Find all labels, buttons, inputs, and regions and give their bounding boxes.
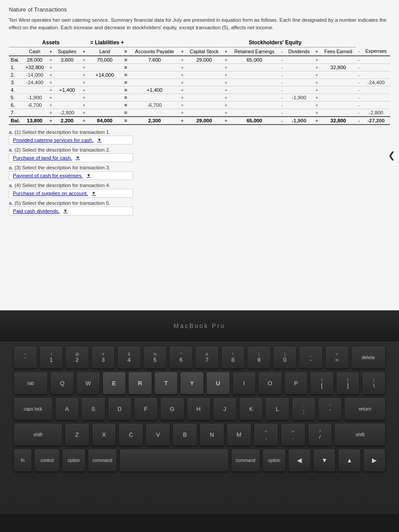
- key-x[interactable]: X: [92, 423, 117, 446]
- key-a[interactable]: A: [55, 397, 79, 420]
- qa-section: a. (1) Select the description for transa…: [9, 129, 390, 215]
- key-backslash[interactable]: |\: [362, 372, 386, 395]
- table-cell: [130, 94, 178, 101]
- key-e[interactable]: E: [102, 372, 126, 395]
- key-p[interactable]: P: [284, 372, 308, 395]
- table-cell: +: [179, 94, 186, 101]
- key-y[interactable]: Y: [180, 372, 204, 395]
- table-cell: 3.: [9, 78, 22, 86]
- key-u[interactable]: U: [206, 372, 230, 395]
- key-2[interactable]: @2: [65, 346, 89, 369]
- key-tab[interactable]: tab: [13, 372, 48, 395]
- table-cell: +: [47, 101, 55, 109]
- table-cell: -14,000: [22, 71, 47, 78]
- key-cmd-left[interactable]: command: [88, 449, 117, 472]
- qa-dropdown-2[interactable]: Purchase of land for cash.▼: [9, 153, 133, 162]
- key-v[interactable]: V: [145, 423, 170, 446]
- key-quote[interactable]: "': [318, 397, 342, 420]
- key-slash[interactable]: ?/: [308, 423, 332, 446]
- key-rbracket[interactable]: }]: [336, 372, 360, 395]
- table-cell: -1,900: [285, 94, 313, 101]
- table-cell: 84,000: [89, 117, 121, 125]
- key-semicolon[interactable]: :;: [292, 397, 316, 420]
- key-delete[interactable]: delete: [351, 346, 386, 369]
- table-cell: 29,000: [186, 56, 222, 64]
- table-cell: [285, 56, 313, 64]
- table-cell: [321, 71, 356, 78]
- th-div: Dividends: [285, 47, 313, 56]
- key-return[interactable]: return: [344, 397, 386, 420]
- qa-dropdown-4[interactable]: Purchase of supplies on account.▼: [9, 189, 133, 198]
- key-8[interactable]: *8: [221, 346, 245, 369]
- key-arrow-right[interactable]: ▶: [363, 449, 386, 472]
- page-title: Nature of Transactions: [9, 6, 390, 13]
- key-option-right[interactable]: option: [262, 449, 286, 472]
- key-option-left[interactable]: option: [62, 449, 86, 472]
- key-5[interactable]: %5: [143, 346, 167, 369]
- key-9[interactable]: (9: [247, 346, 271, 369]
- table-cell: [230, 94, 279, 101]
- table-cell: +: [47, 109, 55, 117]
- key-equals[interactable]: +=: [325, 346, 349, 369]
- key-b[interactable]: B: [172, 423, 197, 446]
- table-cell: [55, 63, 80, 71]
- table-cell: -2,800: [55, 109, 80, 117]
- th-minus2: -: [356, 47, 362, 56]
- key-lbracket[interactable]: {[: [310, 372, 334, 395]
- key-arrow-up[interactable]: ▲: [338, 449, 360, 472]
- table-cell: +: [179, 56, 186, 64]
- key-f[interactable]: F: [134, 397, 158, 420]
- key-q[interactable]: Q: [50, 372, 74, 395]
- key-w[interactable]: W: [76, 372, 100, 395]
- key-n[interactable]: N: [200, 423, 224, 446]
- key-h[interactable]: H: [187, 397, 211, 420]
- table-cell: [230, 63, 279, 71]
- key-i[interactable]: I: [232, 372, 256, 395]
- key-d[interactable]: D: [108, 397, 132, 420]
- key-0[interactable]: )0: [273, 346, 297, 369]
- key-s[interactable]: S: [81, 397, 105, 420]
- key-arrow-down[interactable]: ▼: [313, 449, 336, 472]
- key-m[interactable]: M: [227, 423, 251, 446]
- key-ctrl[interactable]: control: [34, 449, 59, 472]
- key-r[interactable]: R: [128, 372, 152, 395]
- qa-dropdown-3[interactable]: Payment of cash for expenses.▼: [9, 171, 133, 180]
- key-o[interactable]: O: [258, 372, 282, 395]
- key-l[interactable]: L: [265, 397, 289, 420]
- key-j[interactable]: J: [213, 397, 237, 420]
- key-shift-right[interactable]: shift: [334, 423, 386, 446]
- keyboard-row-4: shift Z X C V B N M <, >. ?/ shift: [13, 423, 386, 446]
- key-t[interactable]: T: [154, 372, 178, 395]
- table-cell: +: [179, 101, 186, 109]
- key-space[interactable]: [119, 449, 229, 472]
- key-arrow-left[interactable]: ◀: [288, 449, 311, 472]
- table-cell: +: [80, 63, 89, 71]
- key-cmd-right[interactable]: command: [231, 449, 260, 472]
- key-6[interactable]: ^6: [169, 346, 193, 369]
- table-cell: +: [179, 78, 186, 86]
- chevron-icon[interactable]: ❮: [388, 150, 395, 160]
- key-fn[interactable]: fn: [13, 449, 32, 472]
- key-z[interactable]: Z: [65, 423, 90, 446]
- key-caps[interactable]: caps lock: [13, 397, 53, 420]
- qa-dropdown-5[interactable]: Paid cash dividends.▼: [9, 207, 133, 215]
- table-cell: [186, 101, 222, 109]
- key-k[interactable]: K: [239, 397, 263, 420]
- key-c[interactable]: C: [118, 423, 143, 446]
- table-cell: [285, 63, 313, 71]
- key-shift-left[interactable]: shift: [13, 423, 63, 446]
- key-tilde[interactable]: ~`: [13, 346, 37, 369]
- key-1[interactable]: !1: [39, 346, 63, 369]
- key-period[interactable]: >.: [281, 423, 305, 446]
- key-3[interactable]: #3: [91, 346, 115, 369]
- key-4[interactable]: $4: [117, 346, 141, 369]
- qa-dropdown-1[interactable]: Provided catering services for cash.▼: [9, 136, 133, 145]
- key-g[interactable]: G: [160, 397, 184, 420]
- key-minus[interactable]: _-: [299, 346, 323, 369]
- content-area: Nature of Transactions Teri West operate…: [0, 0, 399, 310]
- table-cell: [55, 78, 80, 86]
- table-cell: -: [356, 78, 362, 86]
- key-7[interactable]: &7: [195, 346, 219, 369]
- th-eq-sep: [80, 38, 89, 47]
- key-comma[interactable]: <,: [254, 423, 278, 446]
